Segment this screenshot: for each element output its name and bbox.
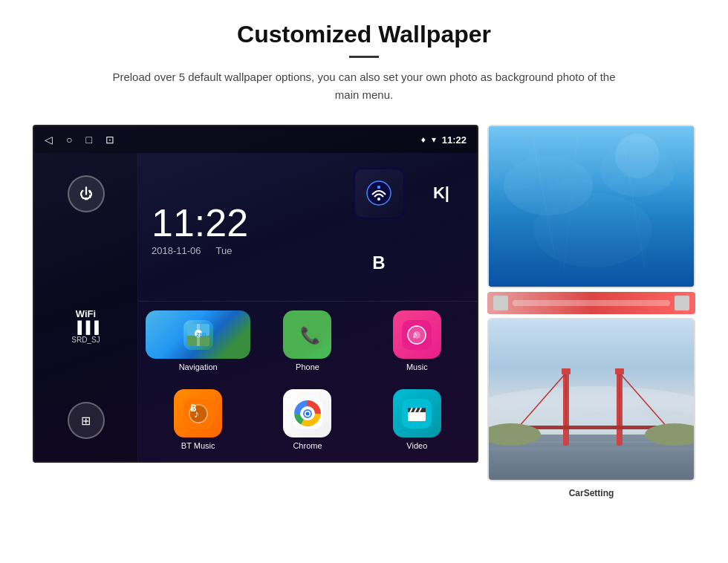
strip-thumb2 xyxy=(675,296,689,310)
navigation-label: Navigation xyxy=(179,362,218,371)
wallpaper-bridge[interactable] xyxy=(487,318,695,481)
widget-section: K| B xyxy=(343,153,477,301)
app-bt-music[interactable]: ♪ Ƀ BT Music xyxy=(146,389,250,450)
page-title: Customized Wallpaper xyxy=(59,21,669,48)
app-grid-top: 280 Navigation 📞 Phone xyxy=(138,302,477,380)
status-time: 11:22 xyxy=(442,134,467,146)
svg-point-0 xyxy=(367,181,391,205)
svg-point-32 xyxy=(504,156,593,215)
app-music[interactable]: ♪ Music xyxy=(365,310,469,371)
svg-text:📞: 📞 xyxy=(300,325,321,345)
wallpaper-strip xyxy=(487,292,695,314)
video-icon xyxy=(393,389,441,437)
page-header: Customized Wallpaper Preload over 5 defa… xyxy=(0,0,728,117)
b-icon[interactable]: B xyxy=(355,238,403,287)
wifi-network: SRD_SJ xyxy=(71,336,100,344)
svg-text:♪: ♪ xyxy=(412,328,417,340)
strip-bar xyxy=(513,300,670,306)
back-icon[interactable]: ◁ xyxy=(45,134,53,146)
svg-point-1 xyxy=(377,198,380,201)
ki-icon[interactable]: K| xyxy=(417,169,466,218)
clock-day-value: Tue xyxy=(216,245,233,256)
sidebar: ⏻ WiFi ▐▐▐ SRD_SJ ⊞ xyxy=(34,153,138,461)
power-button[interactable]: ⏻ xyxy=(68,175,105,212)
car-setting-label: CarSetting xyxy=(487,488,695,498)
music-label: Music xyxy=(406,362,428,371)
screenshot-icon[interactable]: ⊡ xyxy=(105,134,114,146)
chrome-icon xyxy=(283,389,331,437)
sidebar-top: ⏻ xyxy=(68,175,105,212)
svg-text:Ƀ: Ƀ xyxy=(190,403,196,414)
nav-icons: ◁ ○ □ ⊡ xyxy=(45,134,114,146)
wifi-bars: ▐▐▐ xyxy=(71,321,100,334)
device-area: ◁ ○ □ ⊡ ♦ ▾ 11:22 ⏻ WiFi ▐▐▐ SRD_ xyxy=(0,117,728,498)
svg-rect-31 xyxy=(489,126,695,288)
android-screen: ◁ ○ □ ⊡ ♦ ▾ 11:22 ⏻ WiFi ▐▐▐ SRD_ xyxy=(33,125,478,463)
center-content: 11:22 2018-11-06 Tue xyxy=(138,153,477,461)
app-phone[interactable]: 📞 Phone xyxy=(255,310,360,371)
title-divider xyxy=(349,56,379,58)
location-icon: ♦ xyxy=(421,134,426,145)
chrome-label: Chrome xyxy=(293,441,322,450)
svg-rect-2 xyxy=(377,186,380,189)
clock-date-value: 2018-11-06 xyxy=(152,245,201,256)
wallpaper-ice[interactable] xyxy=(487,125,695,288)
main-content: ⏻ WiFi ▐▐▐ SRD_SJ ⊞ 11:22 2018-11 xyxy=(34,153,477,461)
status-bar: ◁ ○ □ ⊡ ♦ ▾ 11:22 xyxy=(34,126,477,153)
status-right: ♦ ▾ 11:22 xyxy=(421,134,467,146)
svg-point-24 xyxy=(305,411,309,415)
signal-widget xyxy=(353,167,405,219)
navigation-icon: 280 xyxy=(146,310,250,359)
app-grid-bottom: ♪ Ƀ BT Music xyxy=(138,380,477,459)
svg-point-38 xyxy=(615,134,660,178)
wifi-info: WiFi ▐▐▐ SRD_SJ xyxy=(71,308,100,344)
svg-line-35 xyxy=(533,141,556,260)
app-video[interactable]: Video xyxy=(365,389,469,450)
top-row: 11:22 2018-11-06 Tue xyxy=(138,153,477,302)
phone-icon: 📞 xyxy=(283,310,331,359)
clock-time: 11:22 xyxy=(152,204,330,242)
phone-label: Phone xyxy=(296,362,319,371)
recents-icon[interactable]: □ xyxy=(85,134,91,146)
svg-point-33 xyxy=(600,145,675,197)
apps-grid-button[interactable]: ⊞ xyxy=(68,402,105,439)
svg-point-34 xyxy=(533,193,652,267)
home-icon[interactable]: ○ xyxy=(66,134,72,146)
wifi-signal-icon xyxy=(355,169,403,218)
signal-icon: ▾ xyxy=(432,134,436,145)
bt-music-icon: ♪ Ƀ xyxy=(174,389,222,437)
svg-rect-54 xyxy=(615,368,624,374)
clock-section: 11:22 2018-11-06 Tue xyxy=(138,153,343,301)
page-subtitle: Preload over 5 default wallpaper options… xyxy=(104,68,624,104)
app-chrome[interactable]: Chrome xyxy=(255,389,360,450)
wifi-label: WiFi xyxy=(71,308,100,319)
svg-line-37 xyxy=(623,137,645,267)
wallpaper-ice-preview xyxy=(489,126,694,287)
video-label: Video xyxy=(406,441,427,450)
bt-music-label: BT Music xyxy=(181,441,215,450)
svg-text:280: 280 xyxy=(196,331,207,338)
clock-date: 2018-11-06 Tue xyxy=(152,245,330,256)
strip-thumb xyxy=(493,296,508,310)
svg-rect-53 xyxy=(562,368,571,374)
wallpaper-thumbnails: CarSetting xyxy=(487,125,695,498)
svg-line-36 xyxy=(563,134,578,275)
app-navigation[interactable]: 280 Navigation xyxy=(146,310,250,371)
wallpaper-bridge-preview xyxy=(489,319,694,480)
music-icon: ♪ xyxy=(393,310,441,359)
